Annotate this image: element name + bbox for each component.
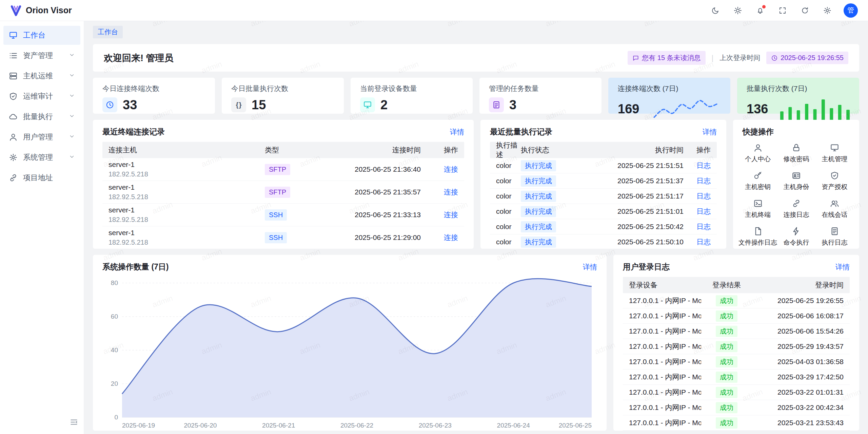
- svg-text:0: 0: [114, 414, 118, 421]
- quick-action-host-terminal[interactable]: 主机终端: [738, 199, 777, 219]
- sidebar-item-workbench[interactable]: 工作台: [3, 26, 80, 45]
- table-row: 127.0.0.1 - 内网IP - Mozilla/5.0 (Windows …: [623, 308, 850, 324]
- middle-row: 最近终端连接记录 详情 连接主机 类型 连接时间 操作: [93, 120, 859, 249]
- exec-time: 2025-06-25 21:51:01: [582, 207, 684, 215]
- terminal-records-detail-link[interactable]: 详情: [450, 127, 464, 137]
- document-icon: [830, 227, 839, 236]
- sidebar-item-label: 项目地址: [23, 173, 53, 183]
- sidebar-item-project-link[interactable]: 项目地址: [3, 168, 80, 187]
- moon-icon[interactable]: [709, 4, 722, 17]
- connect-link[interactable]: 连接: [444, 165, 458, 173]
- login-time: 2025-06-25 19:26:55: [752, 297, 844, 305]
- connect-time: 2025-06-25 21:35:57: [316, 188, 421, 196]
- sidebar-item-system-manage[interactable]: 系统管理: [3, 148, 80, 167]
- quick-action-asset-grant[interactable]: 资产授权: [815, 171, 854, 191]
- log-link[interactable]: 日志: [696, 238, 711, 246]
- column-header: 登录时间: [752, 280, 844, 290]
- quick-action-personal-center[interactable]: 个人中心: [738, 143, 777, 164]
- table-row: 127.0.0.1 - 内网IP - Mozilla/5.0 (Windows …: [623, 400, 850, 415]
- login-result-badge: 成功: [716, 341, 737, 352]
- status-badge: 执行完成: [521, 191, 556, 202]
- batch-7d-sparkline: [780, 97, 850, 121]
- quick-actions-grid: 个人中心 修改密码 主机管理 主机密钥: [733, 142, 859, 248]
- sidebar-item-batch-exec[interactable]: 批量执行: [3, 107, 80, 126]
- table-row: 127.0.0.1 - 内网IP - Mozilla/5.0 (Windows …: [623, 415, 850, 431]
- device-icon: [360, 97, 375, 112]
- connect-link[interactable]: 连接: [444, 211, 458, 219]
- connect-link[interactable]: 连接: [444, 188, 458, 196]
- fullscreen-icon[interactable]: [776, 4, 789, 17]
- log-link[interactable]: 日志: [696, 192, 711, 200]
- quick-action-command-exec[interactable]: 命令执行: [777, 227, 815, 247]
- task-icon: [489, 97, 504, 112]
- protocol-tag: SFTP: [265, 164, 290, 175]
- bell-icon[interactable]: [754, 4, 766, 17]
- assets-icon: [9, 51, 18, 60]
- chevron-down-icon: [69, 112, 75, 121]
- log-link[interactable]: 日志: [696, 207, 711, 215]
- terminal-records-title: 最近终端连接记录: [102, 127, 165, 137]
- column-header: 连接时间: [316, 145, 421, 155]
- batch-records-table: 执行描述 执行状态 执行时间 操作 color 执行完成 2025: [490, 142, 717, 250]
- svg-text:2025-06-24: 2025-06-24: [497, 422, 530, 429]
- sidebar-item-label: 主机运维: [23, 71, 53, 81]
- system-ops-detail-link[interactable]: 详情: [583, 262, 597, 272]
- stats-row: 今日连接终端次数 33 今日批量执行次数 { } 15 当前登录设备数量: [93, 78, 859, 114]
- logo: Orion Visor: [10, 5, 72, 16]
- sidebar-item-audit[interactable]: 运维审计: [3, 87, 80, 106]
- welcome-banner: 欢迎回来! 管理员 您有 15 条未读消息 | 上次登录时间 2025-06-2…: [93, 44, 859, 72]
- login-device: 127.0.0.1 - 内网IP - Mozilla/5.0 (Windows …: [629, 388, 701, 397]
- login-log-detail-link[interactable]: 详情: [835, 262, 850, 272]
- quick-action-file-log[interactable]: 文件操作日志: [738, 227, 777, 247]
- login-result-badge: 成功: [716, 372, 737, 383]
- exec-description: color: [496, 238, 521, 246]
- login-result-badge: 成功: [716, 402, 737, 413]
- svg-text:60: 60: [111, 313, 118, 320]
- log-link[interactable]: 日志: [696, 223, 711, 230]
- user-avatar[interactable]: 管: [844, 3, 858, 18]
- quick-action-online-session[interactable]: 在线会话: [815, 199, 854, 219]
- login-time: 2025-03-22 00:42:34: [752, 403, 844, 412]
- protocol-tag: SFTP: [265, 187, 290, 198]
- host-name: server-1: [108, 160, 265, 169]
- sidebar-item-label: 系统管理: [23, 152, 53, 163]
- unread-messages-badge[interactable]: 您有 15 条未读消息: [628, 51, 705, 65]
- exec-description: color: [496, 162, 521, 170]
- settings-icon[interactable]: [821, 4, 833, 17]
- batch-records-card: 最近批量执行记录 详情 执行描述 执行状态 执行时间 操作: [480, 120, 726, 249]
- exec-description: color: [496, 192, 521, 200]
- id-card-icon: [792, 171, 801, 180]
- audit-icon: [9, 92, 18, 101]
- sidebar-item-host-ops[interactable]: 主机运维: [3, 67, 80, 86]
- main-layout: 工作台 资产管理 主机运维 运维审计 批量执行: [0, 21, 868, 434]
- login-device: 127.0.0.1 - 内网IP - Mozilla/5.0 (Windows …: [629, 311, 701, 321]
- workbench-icon: [9, 31, 18, 40]
- quick-action-host-key[interactable]: 主机密钥: [738, 171, 777, 191]
- login-result-badge: 成功: [716, 295, 737, 306]
- file-icon: [753, 227, 763, 236]
- log-link[interactable]: 日志: [696, 177, 711, 185]
- host-name: server-1: [108, 228, 265, 238]
- quick-action-host-manage[interactable]: 主机管理: [815, 143, 854, 164]
- sidebar-item-label: 资产管理: [23, 51, 53, 61]
- quick-action-change-password[interactable]: 修改密码: [777, 143, 815, 164]
- status-badge: 执行完成: [521, 221, 556, 232]
- sun-icon[interactable]: [732, 4, 744, 17]
- collapse-sidebar-button[interactable]: [70, 418, 78, 429]
- quick-action-host-identity[interactable]: 主机身份: [777, 171, 815, 191]
- table-row: 127.0.0.1 - 内网IP - Mozilla/5.0 (Windows …: [623, 324, 850, 339]
- shield-icon: [830, 171, 839, 180]
- link-icon: [792, 199, 801, 208]
- log-link[interactable]: 日志: [696, 162, 711, 169]
- login-log-title: 用户登录日志: [623, 262, 670, 272]
- quick-action-exec-log[interactable]: 执行日志: [815, 227, 854, 247]
- svg-text:2025-06-20: 2025-06-20: [184, 422, 217, 429]
- sidebar-item-user-manage[interactable]: 用户管理: [3, 128, 80, 147]
- svg-text:2025-06-22: 2025-06-22: [340, 422, 373, 429]
- breadcrumb-item[interactable]: 工作台: [93, 26, 123, 38]
- batch-records-detail-link[interactable]: 详情: [703, 127, 717, 137]
- refresh-icon[interactable]: [799, 4, 811, 17]
- connect-link[interactable]: 连接: [444, 233, 458, 241]
- quick-action-connect-log[interactable]: 连接日志: [777, 199, 815, 219]
- sidebar-item-assets[interactable]: 资产管理: [3, 46, 80, 65]
